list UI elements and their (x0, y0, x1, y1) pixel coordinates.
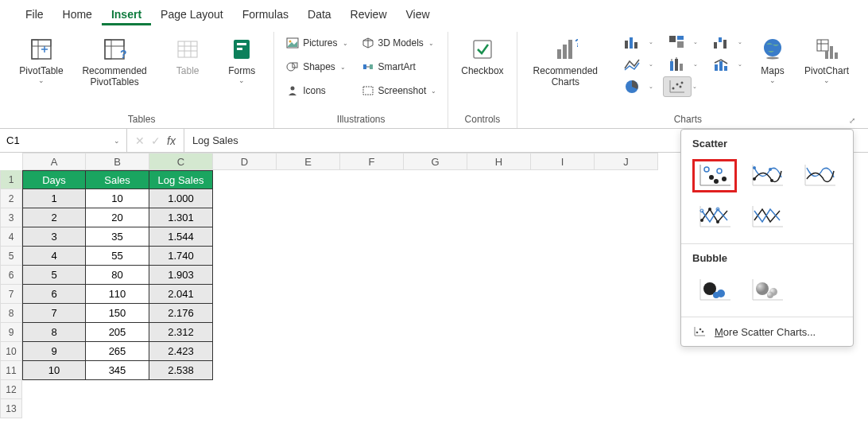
pivotchart-button[interactable]: PivotChart ⌄ (803, 32, 851, 87)
cell-c7[interactable]: 2.041 (149, 285, 213, 304)
row-header-3[interactable]: 3 (0, 208, 22, 227)
cell-a10[interactable]: 9 (22, 342, 86, 361)
line-chart-button[interactable]: ⌄ (618, 54, 647, 75)
forms-button[interactable]: Forms ⌄ (218, 32, 265, 87)
row-header-9[interactable]: 9 (0, 323, 22, 342)
row-header-4[interactable]: 4 (0, 227, 22, 247)
smartart-button[interactable]: SmartArt (358, 56, 440, 78)
row-header-6[interactable]: 6 (0, 266, 22, 285)
cell-b3[interactable]: 20 (86, 208, 149, 227)
cell-a3[interactable]: 2 (22, 208, 86, 227)
cell-b8[interactable]: 150 (86, 304, 149, 323)
tab-view[interactable]: View (397, 5, 440, 25)
charts-dialog-launcher[interactable]: ⤢ (849, 116, 855, 125)
row-header-2[interactable]: 2 (0, 189, 22, 208)
cell-a7[interactable]: 6 (22, 285, 86, 304)
cancel-formula-icon[interactable]: ✕ (135, 134, 145, 147)
cell-b11[interactable]: 345 (86, 361, 149, 380)
cell-a1[interactable]: Days (22, 170, 86, 189)
hierarchy-chart-button[interactable]: ⌄ (663, 32, 692, 52)
tab-data[interactable]: Data (298, 5, 341, 25)
col-header-a[interactable]: A (22, 153, 86, 170)
cell-c2[interactable]: 1.000 (149, 189, 213, 208)
cell-c8[interactable]: 2.176 (149, 304, 213, 323)
pie-chart-button[interactable]: ⌄ (618, 76, 647, 97)
col-header-e[interactable]: E (277, 153, 340, 170)
cell-c1[interactable]: Log Sales (149, 170, 213, 189)
bubble-option-2d[interactable] (692, 274, 737, 307)
scatter-option-straight-lines[interactable] (745, 200, 789, 234)
row-header-13[interactable]: 13 (0, 399, 22, 418)
tab-page-layout[interactable]: Page Layout (151, 5, 233, 25)
icons-button[interactable]: Icons (282, 80, 351, 102)
row-header-12[interactable]: 12 (0, 380, 22, 399)
row-header-5[interactable]: 5 (0, 247, 22, 266)
cell-a4[interactable]: 3 (22, 227, 86, 247)
combo-chart-button[interactable]: ⌄ (707, 54, 736, 75)
accept-formula-icon[interactable]: ✓ (151, 134, 161, 147)
col-header-i[interactable]: I (531, 153, 595, 170)
bubble-option-3d[interactable] (745, 274, 789, 307)
scatter-option-straight-lines-markers[interactable] (692, 200, 737, 234)
cell-c9[interactable]: 2.312 (149, 323, 213, 342)
recommended-charts-button[interactable]: ? Recommended Charts (525, 32, 606, 91)
waterfall-chart-button[interactable]: ⌄ (707, 32, 736, 52)
cell-a6[interactable]: 5 (22, 266, 86, 285)
row-header-8[interactable]: 8 (0, 304, 22, 323)
scatter-option-markers[interactable] (692, 159, 737, 192)
cell-b4[interactable]: 35 (86, 227, 149, 247)
cell-b5[interactable]: 55 (86, 247, 149, 266)
cell-b10[interactable]: 265 (86, 342, 149, 361)
tab-review[interactable]: Review (341, 5, 397, 25)
scatter-chart-button[interactable]: ⌄ (663, 76, 692, 97)
cell-a8[interactable]: 7 (22, 304, 86, 323)
svg-point-52 (764, 39, 781, 56)
statistic-chart-button[interactable]: ⌄ (663, 54, 692, 75)
cell-c5[interactable]: 1.740 (149, 247, 213, 266)
tab-file[interactable]: File (16, 5, 53, 25)
col-header-g[interactable]: G (404, 153, 467, 170)
col-header-d[interactable]: D (213, 153, 277, 170)
cell-c4[interactable]: 1.544 (149, 227, 213, 247)
shapes-button[interactable]: Shapes ⌄ (282, 56, 351, 78)
more-scatter-charts-button[interactable]: More Scatter Charts... (681, 317, 853, 346)
scatter-option-smooth-lines-markers[interactable] (745, 159, 789, 192)
3d-models-button[interactable]: 3D Models ⌄ (358, 32, 440, 54)
cell-b9[interactable]: 205 (86, 323, 149, 342)
col-header-j[interactable]: J (595, 153, 658, 170)
col-header-h[interactable]: H (467, 153, 531, 170)
tab-insert[interactable]: Insert (102, 5, 151, 25)
table-button[interactable]: Table (164, 32, 211, 80)
cell-b2[interactable]: 10 (86, 189, 149, 208)
cell-c3[interactable]: 1.301 (149, 208, 213, 227)
cell-a5[interactable]: 4 (22, 247, 86, 266)
scatter-option-smooth-lines[interactable] (797, 159, 842, 192)
cell-a11[interactable]: 10 (22, 361, 86, 380)
row-header-10[interactable]: 10 (0, 342, 22, 361)
row-header-11[interactable]: 11 (0, 361, 22, 380)
cell-c11[interactable]: 2.538 (149, 361, 213, 380)
pivot-table-button[interactable]: PivotTable ⌄ (17, 32, 65, 87)
name-box[interactable]: C1 ⌄ (0, 129, 127, 152)
row-header-1[interactable]: 1 (0, 170, 22, 189)
screenshot-button[interactable]: Screenshot ⌄ (358, 80, 440, 102)
cell-c10[interactable]: 2.423 (149, 342, 213, 361)
fx-icon[interactable]: fx (167, 134, 176, 147)
cell-b6[interactable]: 80 (86, 266, 149, 285)
col-header-f[interactable]: F (340, 153, 404, 170)
maps-button[interactable]: Maps ⌄ (749, 32, 796, 87)
checkbox-button[interactable]: Checkbox (456, 32, 508, 80)
column-chart-button[interactable]: ⌄ (618, 32, 647, 52)
col-header-c[interactable]: C (149, 153, 213, 170)
tab-formulas[interactable]: Formulas (233, 5, 298, 25)
cell-a2[interactable]: 1 (22, 189, 86, 208)
col-header-b[interactable]: B (86, 153, 149, 170)
cell-a9[interactable]: 8 (22, 323, 86, 342)
tab-home[interactable]: Home (53, 5, 102, 25)
recommended-pivot-button[interactable]: ? Recommended PivotTables (72, 32, 157, 91)
cell-c6[interactable]: 1.903 (149, 266, 213, 285)
pictures-button[interactable]: Pictures ⌄ (282, 32, 351, 54)
cell-b1[interactable]: Sales (86, 170, 149, 189)
row-header-7[interactable]: 7 (0, 285, 22, 304)
cell-b7[interactable]: 110 (86, 285, 149, 304)
